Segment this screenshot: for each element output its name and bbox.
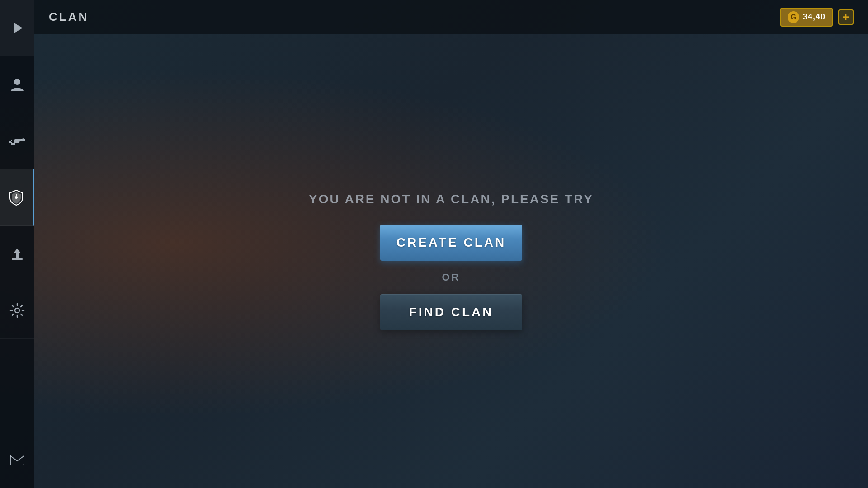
sidebar-item-settings[interactable] (0, 282, 34, 339)
main-content: CLAN G 34,40 + YOU ARE NOT IN A CLAN, PL… (34, 0, 868, 488)
shield-icon (8, 189, 25, 206)
gun-icon (9, 132, 26, 150)
header-right: G 34,40 + (780, 8, 854, 27)
svg-point-5 (15, 308, 19, 313)
mail-icon (9, 451, 26, 469)
sidebar (0, 0, 34, 488)
svg-point-1 (14, 79, 20, 85)
svg-point-2 (15, 196, 18, 199)
settings-icon (9, 302, 26, 319)
profile-icon (9, 76, 26, 93)
upload-icon (9, 245, 26, 263)
find-clan-button[interactable]: FIND CLAN (380, 294, 522, 330)
no-clan-message: YOU ARE NOT IN A CLAN, PLEASE TRY (309, 192, 594, 206)
create-clan-button[interactable]: CREATE CLAN (380, 225, 522, 261)
header: CLAN G 34,40 + (34, 0, 868, 34)
screen: CLAN G 34,40 + YOU ARE NOT IN A CLAN, PL… (0, 0, 868, 488)
add-currency-button[interactable]: + (838, 9, 854, 25)
sidebar-item-weapons[interactable] (0, 113, 34, 169)
currency-badge[interactable]: G 34,40 (780, 8, 833, 27)
sidebar-item-clan[interactable] (0, 169, 34, 226)
svg-marker-0 (14, 23, 23, 33)
sidebar-item-mail[interactable] (0, 432, 34, 488)
play-icon (9, 19, 26, 37)
sidebar-item-upload[interactable] (0, 226, 34, 282)
svg-rect-4 (12, 258, 23, 260)
currency-amount: 34,40 (803, 12, 826, 22)
sidebar-item-play[interactable] (0, 0, 34, 56)
page-title: CLAN (49, 10, 89, 24)
svg-rect-6 (10, 455, 24, 465)
clan-content: YOU ARE NOT IN A CLAN, PLEASE TRY CREATE… (34, 34, 868, 488)
sidebar-item-profile[interactable] (0, 56, 34, 113)
sidebar-bottom (0, 432, 34, 488)
currency-icon: G (788, 11, 799, 23)
or-divider: OR (442, 272, 461, 283)
